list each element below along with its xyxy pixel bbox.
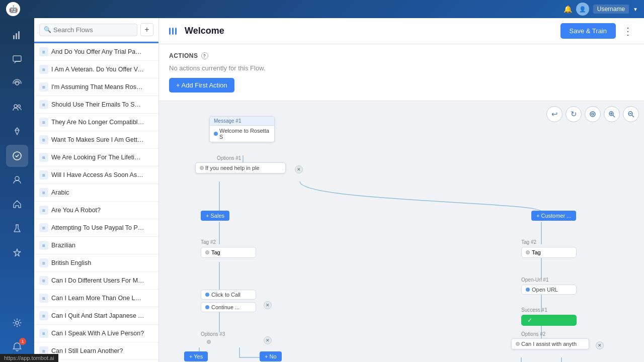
- add-first-action-button[interactable]: + Add First Action: [169, 78, 234, 93]
- topbar-username[interactable]: Username: [593, 5, 629, 14]
- list-item[interactable]: ≡ Will I Have Access As Soon As I Purcha…: [34, 166, 158, 184]
- list-item[interactable]: ≡ Are You A Robot?: [34, 202, 158, 219]
- sidebar-item-contacts[interactable]: [6, 169, 28, 191]
- undo-button[interactable]: ↩: [546, 106, 562, 122]
- options-1-node[interactable]: If you need help in ple: [195, 162, 286, 173]
- node-dot: [214, 132, 218, 136]
- zoom-in-button[interactable]: [604, 106, 620, 122]
- flow-menu-icon: [167, 26, 179, 37]
- list-item[interactable]: ≡ We Are Looking For The Lifetime Packag…: [34, 149, 158, 166]
- topbar-logo: 🤖: [6, 2, 20, 16]
- sidebar-item-chat[interactable]: [6, 48, 28, 70]
- flow-item-label: Are You A Robot?: [51, 207, 101, 214]
- list-item[interactable]: ≡ Arabic: [34, 184, 158, 202]
- actions-empty-text: No actions currently for this Flow.: [169, 64, 634, 72]
- flow-list: ≡ And Do You Offer Any Trial Packages ≡ …: [34, 43, 158, 362]
- message-1-label: Message #1: [214, 118, 241, 124]
- flow-icon: ≡: [39, 241, 48, 250]
- list-item[interactable]: ≡ British English: [34, 254, 158, 272]
- list-item[interactable]: ≡ They Are No Longer Compatible With Our…: [34, 114, 158, 131]
- list-item[interactable]: ≡ I'm Assuming That Means Rosetta Stone …: [34, 78, 158, 96]
- bot-icon: 🤖: [9, 5, 18, 13]
- sidebar-item-flows[interactable]: [6, 145, 28, 167]
- flow-icon: ≡: [39, 47, 48, 56]
- sales-button-node[interactable]: + Sales: [201, 211, 229, 221]
- options-2-node[interactable]: Can I assist with anyth: [511, 338, 589, 349]
- open-url-label: Open-Url #1: [521, 277, 548, 283]
- message-1-node[interactable]: Message #1 Welcome to Rosetta S: [209, 116, 275, 142]
- flow-icon: ≡: [39, 65, 48, 74]
- open-url-node[interactable]: Open URL: [521, 285, 577, 295]
- save-train-button[interactable]: Save & Train: [560, 23, 616, 39]
- canvas-area[interactable]: ↩ ↻: [159, 101, 644, 362]
- flow-list-header: 🔍 +: [34, 18, 158, 42]
- list-item[interactable]: ≡ I Am A Veteran. Do You Offer Veterans …: [34, 61, 158, 78]
- sidebar-item-favorites[interactable]: [6, 241, 28, 263]
- more-options-button[interactable]: ⋮: [620, 25, 636, 37]
- topbar: 🤖 🔔 👤 Username ▼: [0, 0, 644, 18]
- sidebar-item-experiments[interactable]: [6, 217, 28, 239]
- options-1-close[interactable]: ✕: [295, 165, 303, 173]
- list-item[interactable]: ≡ Should Use Their Emails To Subscribe: [34, 96, 158, 114]
- sidebar-item-home[interactable]: [6, 193, 28, 215]
- list-item[interactable]: ≡ Attempting To Use Paypal To Pay But, N…: [34, 219, 158, 237]
- flow-item-label: Should Use Their Emails To Subscribe: [51, 101, 144, 108]
- click-to-call-node[interactable]: Click to Call: [201, 290, 256, 300]
- sidebar-item-settings[interactable]: [6, 312, 28, 334]
- node-dot: [205, 293, 209, 297]
- sidebar-item-broadcast[interactable]: [6, 72, 28, 95]
- sidebar-item-audience[interactable]: [6, 97, 28, 119]
- flow-icon: ≡: [39, 311, 48, 320]
- list-item[interactable]: ≡ Can I Speak With A Live Person?: [34, 325, 158, 342]
- tag-2-left-label: Tag #2: [201, 239, 216, 245]
- topbar-dropdown-icon[interactable]: ▼: [633, 7, 638, 12]
- success-check-icon: ✓: [527, 317, 532, 324]
- flow-icon: ≡: [39, 276, 48, 285]
- flow-icon: ≡: [39, 223, 48, 232]
- zoom-fit-button[interactable]: [585, 106, 601, 122]
- main-content: Welcome Save & Train ⋮ ACTIONS ? No acti…: [159, 18, 644, 362]
- no-left-button[interactable]: + No: [260, 351, 282, 361]
- message-1-header: Message #1: [210, 117, 274, 126]
- list-item[interactable]: ≡ Can I Quit And Start Japanese The Next…: [34, 307, 158, 325]
- options-2-text: Can I assist with anyth: [521, 341, 577, 347]
- search-icon: 🔍: [44, 26, 51, 33]
- list-item[interactable]: ≡ Want To Makes Sure I Am Getting What I…: [34, 131, 158, 149]
- list-item[interactable]: ≡ Brazilian: [34, 237, 158, 254]
- yes-left-button[interactable]: + Yes: [184, 351, 208, 361]
- topbar-bell-icon[interactable]: 🔔: [564, 5, 572, 13]
- actions-help-icon[interactable]: ?: [201, 52, 208, 59]
- menu-bar: [175, 28, 177, 35]
- add-flow-button[interactable]: +: [140, 23, 153, 36]
- list-item[interactable]: ≡ Can I Learn More Than One Language At …: [34, 290, 158, 307]
- flow-item-label: And Do You Offer Any Trial Packages: [51, 48, 144, 55]
- list-item[interactable]: ≡ Can I Do Different Users For My Kids??: [34, 272, 158, 290]
- success-node[interactable]: ✓: [521, 315, 577, 326]
- tag-node-right[interactable]: Tag: [521, 247, 577, 258]
- svg-point-8: [15, 176, 19, 180]
- redo-button[interactable]: ↻: [566, 106, 582, 122]
- sidebar-item-analytics[interactable]: [6, 24, 28, 46]
- options-3-close[interactable]: ✕: [264, 336, 272, 344]
- svg-point-10: [16, 321, 19, 324]
- topbar-avatar: 👤: [576, 3, 589, 16]
- flow-list-panel: 🔍 + ≡ And Do You Offer Any Trial Package…: [34, 18, 159, 362]
- continue-close[interactable]: ✕: [264, 301, 272, 309]
- tag-node-left[interactable]: Tag: [201, 247, 256, 258]
- search-input[interactable]: [53, 26, 133, 34]
- list-item[interactable]: ≡ And Do You Offer Any Trial Packages: [34, 43, 158, 61]
- flow-icon: ≡: [39, 170, 48, 179]
- message-1-body: Welcome to Rosetta S: [210, 126, 274, 142]
- continue-node[interactable]: Continue ...: [201, 302, 256, 312]
- options-2-close[interactable]: ✕: [596, 341, 604, 349]
- node-dot: [526, 288, 530, 292]
- flow-item-label: Can I Do Different Users For My Kids??: [51, 277, 144, 284]
- customer-button-node[interactable]: + Customer ...: [531, 211, 576, 221]
- sidebar-item-diamond[interactable]: [6, 121, 28, 143]
- search-box[interactable]: 🔍: [39, 24, 137, 36]
- tag-2-right-label: Tag #2: [521, 239, 536, 245]
- zoom-out-button[interactable]: [623, 106, 639, 122]
- actions-label: ACTIONS: [169, 52, 198, 59]
- options-3-dot: [207, 340, 211, 344]
- svg-rect-2: [18, 31, 20, 39]
